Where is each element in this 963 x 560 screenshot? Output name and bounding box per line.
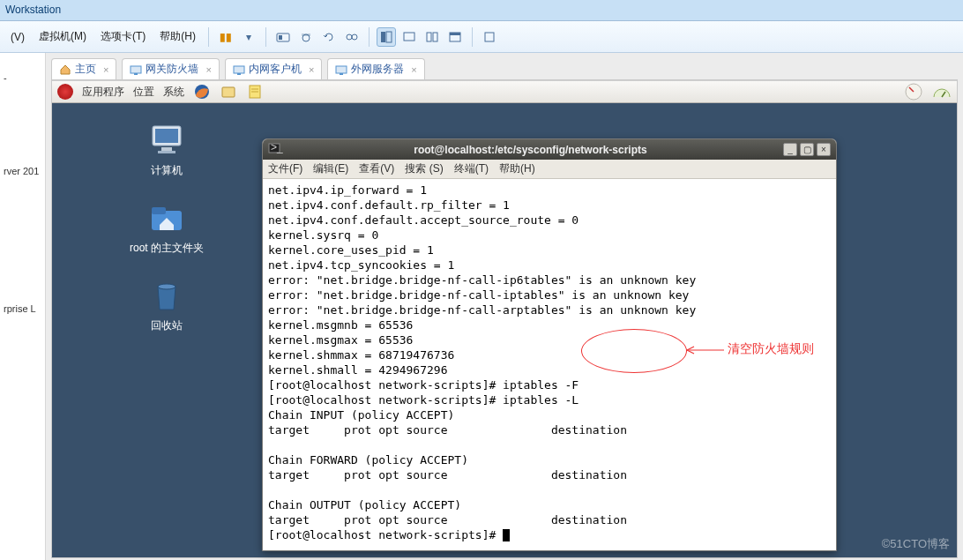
gauge-icon bbox=[904, 82, 923, 101]
unity-icon[interactable] bbox=[480, 27, 499, 47]
separator bbox=[369, 27, 370, 47]
vm-icon bbox=[335, 63, 347, 76]
main-area: - rver 201 rprise L 主页 × 网关防火墙 × 内网客户机 × bbox=[0, 53, 963, 560]
trash-icon bbox=[147, 276, 186, 315]
menu-view[interactable]: (V) bbox=[4, 26, 32, 49]
play-dropdown-icon[interactable]: ▾ bbox=[239, 27, 258, 47]
tab-extranet[interactable]: 外网服务器 × bbox=[327, 58, 424, 79]
revert-icon[interactable] bbox=[319, 27, 339, 47]
terminal-menu-terminal[interactable]: 终端(T) bbox=[454, 161, 489, 176]
close-icon[interactable]: × bbox=[309, 64, 314, 75]
svg-rect-10 bbox=[433, 33, 437, 41]
tab-label: 主页 bbox=[75, 62, 96, 77]
guest-desktop[interactable]: 计算机 root 的主文件夹 回收站 >_ root@localhost:/et… bbox=[52, 103, 957, 557]
terminal-menu-view[interactable]: 查看(V) bbox=[359, 161, 394, 176]
tab-label: 内网客户机 bbox=[249, 62, 302, 77]
vm-icon bbox=[233, 63, 245, 76]
menu-help[interactable]: 帮助(H) bbox=[153, 24, 203, 49]
sidebar-search-label: - bbox=[0, 71, 45, 85]
terminal-title: root@localhost:/etc/sysconfig/network-sc… bbox=[280, 144, 780, 156]
manage-snapshots-icon[interactable] bbox=[342, 27, 362, 47]
svg-rect-32 bbox=[152, 207, 166, 214]
svg-rect-19 bbox=[340, 73, 343, 75]
firefox-icon[interactable] bbox=[193, 83, 211, 101]
menu-vm[interactable]: 虚拟机(M) bbox=[32, 24, 93, 49]
separator bbox=[265, 27, 266, 47]
svg-rect-29 bbox=[161, 147, 172, 151]
monitor-icon bbox=[147, 121, 186, 160]
svg-rect-18 bbox=[336, 66, 347, 73]
notepad-icon[interactable] bbox=[246, 83, 264, 101]
svg-rect-8 bbox=[404, 33, 414, 41]
close-icon[interactable]: × bbox=[411, 64, 416, 75]
desktop-icon-computer[interactable]: 计算机 bbox=[123, 121, 211, 178]
vm-icon bbox=[130, 63, 142, 76]
pause-button[interactable]: ▮▮ bbox=[216, 27, 235, 47]
separator bbox=[208, 27, 209, 47]
tab-label: 网关防火墙 bbox=[146, 62, 198, 77]
app-titlebar: Workstation bbox=[0, 0, 963, 21]
tab-home[interactable]: 主页 × bbox=[51, 58, 116, 79]
view-fullscreen-icon[interactable] bbox=[445, 27, 465, 47]
desktop-icon-label: 计算机 bbox=[123, 163, 211, 178]
editor-area: 主页 × 网关防火墙 × 内网客户机 × 外网服务器 × bbox=[46, 53, 963, 560]
svg-point-4 bbox=[347, 34, 352, 40]
desktop-icon-trash[interactable]: 回收站 bbox=[123, 276, 211, 333]
sidebar-item-cutoff[interactable]: rver 201 bbox=[0, 164, 45, 178]
gnome-applications[interactable]: 应用程序 bbox=[82, 85, 124, 100]
desktop-icon-label: 回收站 bbox=[123, 318, 211, 333]
terminal-menu-help[interactable]: 帮助(H) bbox=[499, 161, 535, 176]
tab-firewall[interactable]: 网关防火墙 × bbox=[122, 58, 219, 79]
terminal-menu-edit[interactable]: 编辑(E) bbox=[313, 161, 348, 176]
svg-rect-6 bbox=[381, 32, 385, 42]
snapshot-icon[interactable] bbox=[296, 27, 316, 47]
watermark: ©51CTO博客 bbox=[882, 536, 950, 552]
svg-rect-12 bbox=[450, 33, 460, 35]
home-icon bbox=[59, 63, 71, 76]
vm-tabs: 主页 × 网关防火墙 × 内网客户机 × 外网服务器 × bbox=[46, 53, 963, 79]
svg-rect-16 bbox=[234, 66, 244, 73]
view-multi-icon[interactable] bbox=[422, 27, 442, 47]
minimize-button[interactable]: _ bbox=[783, 143, 797, 156]
terminal-menu-file[interactable]: 文件(F) bbox=[268, 161, 302, 176]
svg-rect-28 bbox=[155, 129, 178, 143]
close-icon[interactable]: × bbox=[205, 64, 211, 75]
gnome-system[interactable]: 系统 bbox=[163, 85, 184, 100]
terminal-output[interactable]: net.ipv4.ip_forward = 1 net.ipv4.conf.de… bbox=[263, 179, 836, 550]
svg-rect-21 bbox=[222, 87, 235, 97]
folder-home-icon bbox=[147, 198, 186, 237]
library-sidebar: - rver 201 rprise L bbox=[0, 53, 46, 560]
send-keys-icon[interactable] bbox=[273, 27, 293, 47]
terminal-menubar: 文件(F) 编辑(E) 查看(V) 搜索 (S) 终端(T) 帮助(H) bbox=[263, 160, 836, 179]
terminal-menu-search[interactable]: 搜索 (S) bbox=[405, 161, 443, 176]
app-menubar: (V) 虚拟机(M) 选项卡(T) 帮助(H) ▮▮ ▾ bbox=[0, 21, 963, 53]
desktop-icon-home[interactable]: root 的主文件夹 bbox=[123, 198, 211, 256]
gauge-icon-2 bbox=[932, 81, 952, 103]
svg-rect-15 bbox=[134, 73, 138, 75]
svg-rect-30 bbox=[158, 151, 175, 153]
terminal-app-icon: >_ bbox=[268, 142, 280, 157]
close-button[interactable]: × bbox=[817, 143, 831, 156]
redhat-icon[interactable] bbox=[57, 84, 73, 100]
svg-point-5 bbox=[352, 34, 357, 40]
svg-point-33 bbox=[158, 284, 175, 289]
sidebar-item-cutoff-2[interactable]: rprise L bbox=[0, 302, 45, 316]
gnome-top-panel: 应用程序 位置 系统 bbox=[52, 80, 957, 103]
separator bbox=[472, 27, 473, 47]
menu-tabs[interactable]: 选项卡(T) bbox=[93, 24, 153, 49]
gnome-places[interactable]: 位置 bbox=[133, 85, 154, 100]
view-single-icon[interactable] bbox=[377, 27, 396, 47]
svg-rect-9 bbox=[427, 33, 431, 41]
maximize-button[interactable]: ▢ bbox=[800, 143, 814, 156]
view-console-icon[interactable] bbox=[399, 27, 419, 47]
desktop-icon-label: root 的主文件夹 bbox=[123, 241, 211, 256]
close-icon[interactable]: × bbox=[103, 64, 108, 75]
svg-rect-13 bbox=[485, 33, 494, 41]
terminal-window: >_ root@localhost:/etc/sysconfig/network… bbox=[262, 138, 837, 551]
terminal-titlebar[interactable]: >_ root@localhost:/etc/sysconfig/network… bbox=[263, 139, 836, 160]
tab-intranet[interactable]: 内网客户机 × bbox=[225, 58, 322, 79]
svg-rect-1 bbox=[279, 35, 282, 40]
file-manager-icon[interactable] bbox=[220, 83, 237, 101]
tab-label: 外网服务器 bbox=[351, 62, 404, 77]
svg-rect-3 bbox=[302, 34, 310, 36]
